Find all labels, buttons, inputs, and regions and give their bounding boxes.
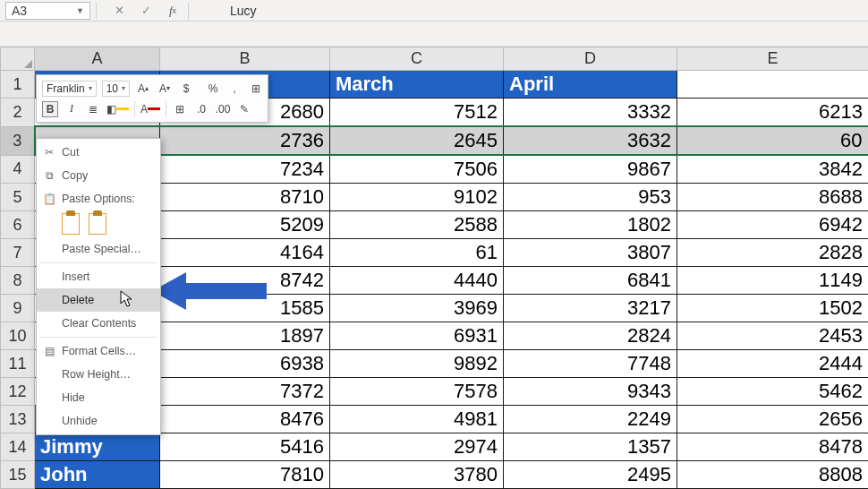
cell[interactable]: 61 — [330, 239, 504, 267]
cell[interactable]: 2656 — [677, 406, 869, 433]
menu-item-hide[interactable]: Hide — [37, 386, 160, 409]
menu-item-clear-contents[interactable]: Clear Contents — [37, 312, 160, 335]
cell[interactable]: 8710 — [160, 184, 330, 211]
chevron-down-icon[interactable]: ▼ — [76, 6, 84, 15]
name-box[interactable]: A3 ▼ — [5, 2, 90, 20]
cell[interactable]: 3632 — [504, 126, 677, 155]
column-header-d[interactable]: D — [504, 47, 677, 71]
cell[interactable]: 1897 — [160, 322, 330, 350]
cell[interactable]: 3969 — [330, 295, 504, 322]
cell[interactable]: 6841 — [504, 267, 677, 295]
menu-item-row-height[interactable]: Row Height… — [37, 363, 160, 386]
fx-icon[interactable]: fx — [163, 2, 183, 20]
row-header[interactable]: 9 — [1, 295, 35, 322]
cell[interactable]: 2736 — [160, 126, 330, 155]
cell[interactable]: 2453 — [677, 322, 869, 350]
cell[interactable]: 5209 — [160, 211, 330, 239]
cell[interactable]: 7810 — [160, 461, 330, 489]
formula-bar-value[interactable]: Lucy — [230, 4, 257, 18]
cell[interactable]: 6931 — [330, 322, 504, 350]
paste-icon[interactable] — [62, 213, 80, 235]
increase-font-icon[interactable]: A▴ — [135, 81, 151, 97]
cell[interactable]: 9102 — [330, 184, 504, 211]
font-size-select[interactable]: 10 ▾ — [102, 81, 130, 97]
cell[interactable]: 7578 — [330, 378, 504, 406]
currency-button[interactable]: $ — [178, 81, 194, 97]
cell[interactable]: 6942 — [677, 211, 869, 239]
cell[interactable]: March — [330, 71, 504, 99]
cell[interactable]: 9867 — [504, 155, 677, 184]
cell[interactable]: John — [35, 461, 160, 489]
menu-item-insert[interactable]: Insert — [37, 265, 160, 288]
bold-button[interactable]: B — [42, 101, 58, 117]
percent-button[interactable]: % — [205, 81, 221, 97]
cell[interactable]: 8688 — [677, 184, 869, 211]
menu-item-delete[interactable]: Delete — [37, 288, 160, 312]
row-header[interactable]: 6 — [1, 211, 35, 239]
cell[interactable]: 60 — [677, 126, 869, 155]
column-header-c[interactable]: C — [330, 47, 504, 71]
cell[interactable]: 2828 — [677, 239, 869, 267]
row-header[interactable]: 5 — [1, 184, 35, 211]
comma-button[interactable]: , — [226, 81, 243, 97]
cell[interactable]: 1149 — [677, 267, 869, 295]
font-color-icon[interactable]: A — [140, 101, 160, 117]
cell[interactable]: 9343 — [504, 378, 677, 406]
cell[interactable]: 9892 — [330, 350, 504, 378]
cell[interactable]: 8808 — [677, 461, 869, 489]
fill-color-icon[interactable]: ◧ — [106, 101, 129, 117]
cell[interactable]: 5416 — [160, 433, 330, 461]
cell[interactable]: 6938 — [160, 350, 330, 378]
column-header-b[interactable]: B — [160, 47, 330, 71]
cell[interactable]: 1802 — [504, 211, 677, 239]
cell[interactable]: 953 — [504, 184, 677, 211]
decimal-increase-icon[interactable]: .00 — [215, 101, 231, 117]
cell[interactable]: 2824 — [504, 322, 677, 350]
row-header[interactable]: 10 — [1, 322, 35, 350]
font-name-select[interactable]: Franklin ▾ — [42, 81, 97, 97]
row-header[interactable]: 1 — [1, 71, 35, 99]
cell[interactable]: 2444 — [677, 350, 869, 378]
cell[interactable]: April — [504, 71, 677, 99]
cell[interactable]: 3217 — [504, 295, 677, 322]
cell[interactable]: 7748 — [504, 350, 677, 378]
cell[interactable]: 2249 — [504, 406, 677, 433]
cell[interactable]: 1357 — [504, 433, 677, 461]
cell[interactable]: Jimmy — [35, 433, 160, 461]
cell[interactable]: 8476 — [160, 406, 330, 433]
cell[interactable]: 7506 — [330, 155, 504, 184]
cell[interactable]: 2588 — [330, 211, 504, 239]
cell[interactable]: 7234 — [160, 155, 330, 184]
row-header[interactable]: 15 — [1, 461, 35, 489]
cell[interactable]: 8478 — [677, 433, 869, 461]
cell[interactable]: 2495 — [504, 461, 677, 489]
cell[interactable]: 6213 — [677, 99, 869, 127]
cell[interactable]: 4164 — [160, 239, 330, 267]
cell[interactable]: 7512 — [330, 99, 504, 127]
row-header[interactable]: 12 — [1, 378, 35, 406]
row-header[interactable]: 14 — [1, 433, 35, 461]
mini-toolbar[interactable]: Franklin ▾ 10 ▾ A▴ A▾ $ % , ⊞ B I ≣ ◧ A … — [36, 74, 268, 123]
cancel-icon[interactable]: ✕ — [109, 2, 129, 20]
italic-button[interactable]: I — [64, 101, 80, 117]
cell[interactable]: 2645 — [330, 126, 504, 155]
row-header[interactable]: 7 — [1, 239, 35, 267]
column-header-a[interactable]: A — [35, 47, 160, 71]
cell[interactable]: 3332 — [504, 99, 677, 127]
menu-item-paste-special[interactable]: Paste Special… — [37, 237, 160, 261]
row-header[interactable]: 8 — [1, 267, 35, 295]
format-painter-icon[interactable]: ⊞ — [248, 81, 264, 97]
cell[interactable]: 4981 — [330, 406, 504, 433]
cell[interactable]: 2974 — [330, 433, 504, 461]
cell[interactable]: 7372 — [160, 378, 330, 406]
select-all-corner[interactable] — [1, 47, 35, 71]
menu-item-cut[interactable]: ✂ Cut — [37, 141, 160, 164]
accept-icon[interactable]: ✓ — [136, 2, 156, 20]
menu-item-unhide[interactable]: Unhide — [37, 409, 160, 433]
row-header[interactable]: 11 — [1, 350, 35, 378]
cell[interactable]: 3807 — [504, 239, 677, 267]
decimal-decrease-icon[interactable]: .0 — [193, 101, 209, 117]
merge-icon[interactable]: ⊞ — [172, 101, 188, 117]
decrease-font-icon[interactable]: A▾ — [157, 81, 173, 97]
borders-icon[interactable]: ≣ — [85, 101, 101, 117]
